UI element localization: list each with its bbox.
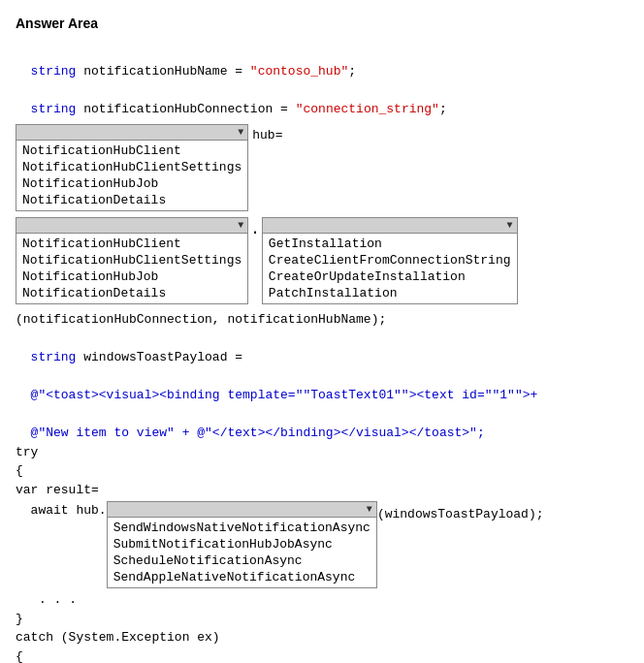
code-at-5: @"<toast><visual><binding template=""Toa… [31, 388, 538, 402]
dropdown2left-arrow-icon: ▼ [238, 220, 243, 231]
dot-separator: . [248, 217, 262, 238]
dropdown2left-item-3[interactable]: NotificationDetails [16, 285, 247, 301]
dropdown2left-container[interactable]: ▼ NotificationHubClient NotificationHubC… [16, 217, 248, 304]
dropdown1-item-2[interactable]: NotificationHubJob [16, 175, 247, 192]
dropdown2right-item-2[interactable]: CreateOrUpdateInstallation [263, 268, 517, 285]
answer-area-title: Answer Area [16, 16, 628, 31]
code-line-try: try [16, 443, 628, 462]
code-line-varresult: var result= [16, 481, 628, 500]
dropdown3-item-0[interactable]: SendWindowsNativeNotificationAsync [108, 520, 376, 536]
windows-toast-suffix: (windowsToastPayload); [377, 501, 544, 524]
catch-open-brace: { [16, 647, 628, 664]
dropdown1-row: ▼ NotificationHubClient NotificationHubC… [16, 124, 628, 211]
dots-line-1: . . . [39, 590, 628, 610]
dropdown2right-list: GetInstallation CreateClientFromConnecti… [263, 234, 517, 303]
dropdown2left-list: NotificationHubClient NotificationHubCli… [16, 234, 247, 303]
dropdown3-list: SendWindowsNativeNotificationAsync Submi… [108, 518, 376, 587]
dropdown2right-header[interactable]: ▼ [263, 218, 517, 234]
dropdown2left-item-1[interactable]: NotificationHubClientSettings [16, 252, 247, 268]
dropdown1-item-3[interactable]: NotificationDetails [16, 192, 247, 208]
dropdown3-row: await hub. ▼ SendWindowsNativeNotificati… [16, 501, 628, 588]
code-line-6: @"New item to view" + @"</text></binding… [16, 405, 628, 443]
dropdown2right-arrow-icon: ▼ [506, 220, 512, 231]
dropdown2left-header[interactable]: ▼ [16, 218, 247, 234]
dropdown1-item-1[interactable]: NotificationHubClientSettings [16, 159, 247, 175]
dropdown2right-item-3[interactable]: PatchInstallation [263, 285, 517, 301]
code-value-1: "contoso_hub" [250, 64, 348, 79]
keyword-string-2: string [31, 102, 77, 116]
dropdown2right-item-1[interactable]: CreateClientFromConnectionString [263, 252, 517, 268]
dropdown2left-item-0[interactable]: NotificationHubClient [16, 236, 247, 252]
code-line-1: string notificationHubName = "contoso_hu… [16, 43, 628, 80]
dropdown3-container[interactable]: ▼ SendWindowsNativeNotificationAsync Sub… [107, 501, 377, 588]
code-line-open-brace: { [16, 461, 628, 481]
code-value-2: "connection_string" [296, 102, 439, 116]
dropdown3-arrow-icon: ▼ [367, 504, 372, 515]
code-suffix-2: ; [439, 102, 447, 116]
code-line-3: (notificationHubConnection, notification… [16, 310, 628, 330]
catch-line: catch (System.Exception ex) [16, 628, 628, 647]
dropdown3-item-1[interactable]: SubmitNotificationHubJobAsync [108, 536, 376, 552]
dropdown2right-container[interactable]: ▼ GetInstallation CreateClientFromConnec… [262, 217, 518, 304]
dropdown2right-item-0[interactable]: GetInstallation [263, 236, 517, 252]
dropdown1-label: hub= [248, 124, 286, 147]
code-line-4: string windowsToastPayload = [16, 330, 628, 367]
two-dropdowns-row: ▼ NotificationHubClient NotificationHubC… [16, 217, 628, 304]
code-line-5: @"<toast><visual><binding template=""Toa… [16, 367, 628, 405]
code-suffix-1: ; [348, 64, 356, 79]
code-line-2: string notificationHubConnection = "conn… [16, 80, 628, 118]
dropdown1-list: NotificationHubClient NotificationHubCli… [16, 141, 247, 210]
await-hub-prefix: await hub. [16, 501, 107, 521]
dropdown1-header[interactable]: ▼ [16, 125, 247, 141]
dropdown1-arrow-icon: ▼ [238, 127, 243, 138]
keyword-string-4: string [31, 350, 77, 364]
code-at-6: @"New item to view" + @"</text></binding… [31, 426, 485, 440]
code-varname-2: notificationHubConnection = [76, 102, 295, 116]
code-rest-4: windowsToastPayload = [76, 350, 242, 364]
close-brace-1: } [16, 610, 628, 629]
dropdown3-item-3[interactable]: SendAppleNativeNotificationAsync [108, 569, 376, 585]
dropdown1-item-0[interactable]: NotificationHubClient [16, 142, 247, 159]
dropdown2left-item-2[interactable]: NotificationHubJob [16, 268, 247, 285]
dropdown1-container[interactable]: ▼ NotificationHubClient NotificationHubC… [16, 124, 248, 211]
code-varname-1: notificationHubName = [76, 64, 249, 79]
dropdown3-item-2[interactable]: ScheduleNotificationAsync [108, 552, 376, 569]
keyword-string-1: string [31, 64, 77, 79]
dropdown3-header[interactable]: ▼ [108, 502, 376, 518]
